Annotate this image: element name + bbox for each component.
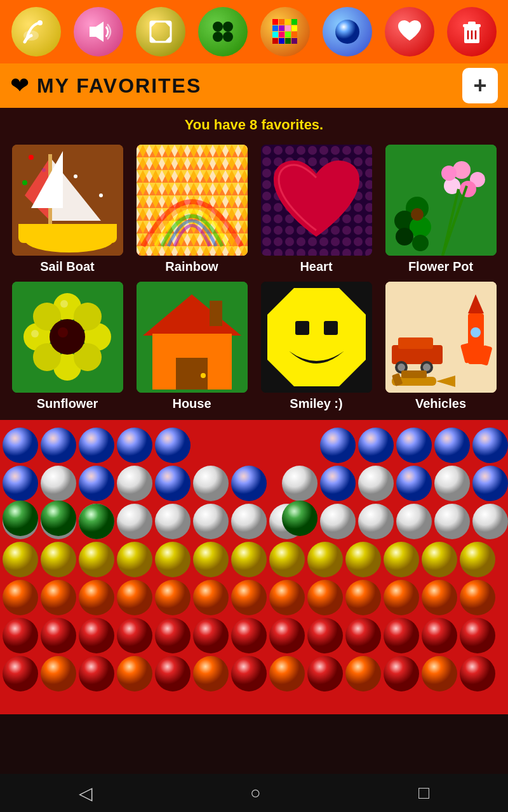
vehicles-label: Vehicles	[415, 396, 466, 411]
svg-rect-27	[468, 22, 476, 25]
svg-point-187	[193, 656, 229, 691]
favorites-title: MY FAVORITES	[37, 74, 462, 98]
svg-point-60	[396, 228, 413, 246]
sunflower-item[interactable]: Sunflower	[9, 282, 126, 411]
svg-point-171	[79, 618, 114, 653]
svg-point-92	[423, 363, 431, 371]
svg-point-172	[117, 618, 152, 653]
svg-point-112	[472, 428, 508, 463]
svg-point-158	[79, 580, 114, 615]
svg-point-90	[398, 363, 405, 371]
sound-tool-button[interactable]	[74, 7, 123, 56]
svg-point-138	[434, 504, 470, 539]
svg-point-141	[41, 501, 76, 536]
smiley-label: Smiley :)	[290, 396, 342, 411]
svg-point-176	[269, 618, 305, 653]
sphere-tool-button[interactable]	[323, 7, 372, 56]
rainbow-item[interactable]: Rainbow	[133, 145, 250, 274]
add-favorite-button[interactable]: +	[462, 68, 498, 103]
flowerpot-thumbnail	[385, 145, 497, 256]
svg-point-142	[79, 504, 114, 539]
svg-point-189	[269, 656, 305, 691]
svg-point-136	[358, 504, 394, 539]
svg-point-152	[345, 542, 381, 577]
svg-point-106	[117, 428, 152, 463]
vehicles-item[interactable]: Vehicles	[382, 282, 499, 411]
favorites-grid: Sail Boat	[0, 140, 508, 420]
svg-point-109	[358, 428, 394, 463]
svg-rect-37	[48, 154, 52, 227]
heart-item[interactable]: Heart	[258, 145, 375, 274]
svg-point-115	[79, 466, 114, 501]
svg-rect-16	[272, 32, 278, 37]
svg-point-107	[155, 428, 190, 463]
flowerpot-item[interactable]: Flower Pot	[382, 145, 499, 274]
svg-point-122	[358, 466, 394, 501]
svg-point-182	[3, 656, 38, 691]
svg-point-183	[41, 656, 76, 691]
heart-tool-button[interactable]	[385, 7, 434, 56]
svg-point-4	[213, 22, 223, 32]
back-button[interactable]: ◁	[79, 783, 93, 804]
svg-point-140	[3, 501, 38, 536]
svg-point-7	[223, 32, 233, 42]
svg-point-146	[117, 542, 152, 577]
svg-point-5	[223, 22, 233, 32]
svg-rect-17	[279, 32, 284, 37]
svg-point-24	[335, 20, 359, 44]
svg-point-75	[31, 330, 39, 337]
delete-tool-button[interactable]	[447, 7, 497, 56]
color-tool-button[interactable]	[260, 7, 310, 56]
svg-rect-14	[285, 25, 291, 31]
svg-rect-88	[398, 337, 433, 349]
svg-point-174	[193, 618, 229, 653]
svg-point-129	[117, 504, 152, 539]
svg-point-74	[60, 300, 68, 308]
svg-point-1	[37, 20, 43, 25]
svg-rect-18	[285, 32, 291, 37]
svg-point-153	[384, 542, 419, 577]
heart-label: Heart	[300, 259, 332, 274]
svg-point-139	[472, 504, 508, 539]
sailboat-item[interactable]: Sail Boat	[9, 145, 126, 274]
svg-point-160	[155, 580, 190, 615]
paint-tool-button[interactable]	[11, 7, 61, 56]
svg-point-52	[460, 181, 476, 197]
svg-point-165	[345, 580, 381, 615]
smiley-item[interactable]: Smiley :)	[258, 282, 375, 411]
svg-point-157	[41, 580, 76, 615]
svg-point-114	[41, 466, 76, 501]
house-item[interactable]: House	[133, 282, 250, 411]
svg-point-116	[117, 466, 152, 501]
favorites-header: ❤ MY FAVORITES +	[0, 63, 508, 108]
svg-rect-84	[295, 321, 309, 335]
svg-point-97	[471, 327, 481, 337]
home-button[interactable]: ○	[250, 783, 261, 803]
svg-point-154	[422, 542, 457, 577]
svg-point-125	[472, 466, 508, 501]
svg-point-150	[269, 542, 305, 577]
svg-point-111	[434, 428, 470, 463]
svg-point-156	[3, 580, 38, 615]
grid-tool-button[interactable]	[198, 7, 248, 56]
svg-marker-83	[267, 288, 366, 386]
svg-point-192	[384, 656, 419, 691]
svg-point-145	[79, 542, 114, 577]
svg-marker-2	[90, 22, 104, 42]
resize-tool-button[interactable]	[136, 7, 185, 56]
svg-point-147	[155, 542, 190, 577]
svg-point-32	[29, 155, 34, 160]
svg-point-39	[74, 174, 77, 178]
svg-rect-9	[279, 19, 284, 25]
svg-point-161	[193, 580, 229, 615]
svg-point-119	[231, 466, 267, 501]
svg-rect-21	[279, 38, 284, 44]
svg-point-131	[193, 504, 229, 539]
recent-button[interactable]: □	[418, 783, 429, 803]
svg-rect-19	[291, 32, 297, 37]
svg-point-181	[460, 618, 495, 653]
svg-point-135	[320, 504, 356, 539]
sunflower-label: Sunflower	[37, 396, 98, 411]
rainbow-label: Rainbow	[165, 259, 218, 274]
toolbar	[0, 0, 508, 63]
